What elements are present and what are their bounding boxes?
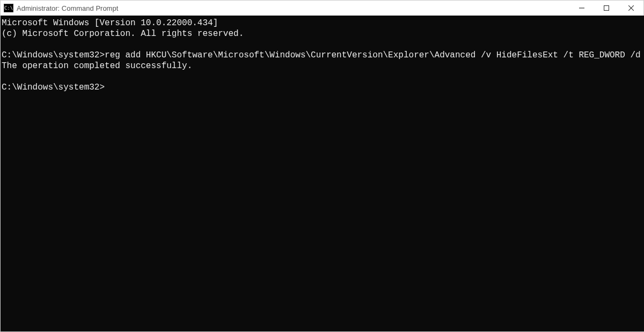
svg-rect-1 [604,6,609,11]
command-prompt-window: C:\ Administrator: Command Prompt Micros… [0,0,644,332]
minimize-icon [579,5,584,11]
app-icon: C:\ [4,4,13,12]
window-title: Administrator: Command Prompt [17,4,569,12]
console-area-wrap: Microsoft Windows [Version 10.0.22000.43… [1,16,643,331]
titlebar[interactable]: C:\ Administrator: Command Prompt [1,1,643,16]
maximize-icon [604,5,609,11]
console-output[interactable]: Microsoft Windows [Version 10.0.22000.43… [1,16,644,331]
console-line: The operation completed successfully. [2,61,192,71]
close-icon [628,5,634,11]
console-prompt: C:\Windows\system32> [2,50,105,60]
console-prompt: C:\Windows\system32> [2,83,105,92]
console-command: reg add HKCU\Software\Microsoft\Windows\… [105,50,644,60]
maximize-button[interactable] [594,1,619,16]
console-line: (c) Microsoft Corporation. All rights re… [2,29,244,39]
close-button[interactable] [619,1,643,16]
minimize-button[interactable] [569,1,594,16]
window-controls [569,1,643,16]
console-line: Microsoft Windows [Version 10.0.22000.43… [2,18,218,28]
